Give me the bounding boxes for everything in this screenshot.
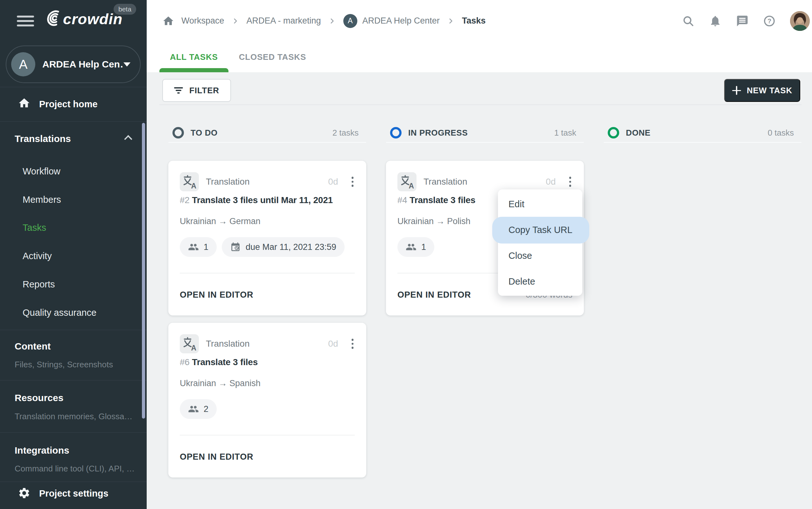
divider — [0, 380, 147, 380]
chat-icon[interactable] — [736, 14, 749, 27]
sidebar-section-integrations-subtitle: Command line tool (CLI), API, … — [14, 463, 135, 474]
beta-badge: beta — [114, 4, 136, 14]
translate-icon: A — [180, 172, 199, 191]
column-in-progress: IN PROGRESS 1 task A — [386, 126, 584, 477]
crowdin-logo-icon — [44, 9, 62, 28]
due-date-chip: due Mar 11, 2021 23:59 — [222, 237, 345, 257]
breadcrumb: Workspace ARDEA - marketing A ARDEA Help… — [162, 0, 486, 42]
gear-icon — [18, 487, 31, 501]
active-tab-indicator — [160, 68, 228, 72]
plus-icon — [732, 86, 741, 95]
crowdin-wordmark: crowdin — [63, 10, 122, 28]
task-duration: 0d — [546, 177, 556, 187]
translate-icon: A — [397, 172, 417, 191]
menu-item-close[interactable]: Close — [498, 243, 582, 269]
svg-text:?: ? — [768, 18, 771, 25]
chevron-right-icon — [231, 17, 240, 25]
task-title: Translate 3 files until Mar 11, 2021 — [192, 195, 333, 205]
divider — [160, 104, 802, 105]
task-title: Translate 3 files — [192, 357, 258, 367]
column-title: IN PROGRESS — [408, 128, 468, 138]
tab-all-tasks[interactable]: ALL TASKS — [160, 42, 228, 72]
divider — [180, 435, 355, 436]
topbar-actions: ? — [682, 0, 810, 42]
sidebar-section-content[interactable]: Content — [14, 341, 50, 352]
assignees-count: 1 — [204, 242, 208, 252]
assignees-chip: 1 — [180, 237, 217, 257]
sidebar-item-tasks[interactable]: Tasks — [23, 222, 46, 233]
breadcrumb-item-project[interactable]: A ARDEA Help Center — [343, 14, 440, 28]
column-title: TO DO — [190, 128, 218, 138]
divider — [0, 121, 147, 122]
todo-status-circle-icon — [172, 127, 184, 138]
column-divider — [386, 142, 584, 143]
search-icon[interactable] — [682, 14, 695, 27]
sidebar-section-content-subtitle: Files, Strings, Screenshots — [14, 359, 113, 370]
menu-item-delete[interactable]: Delete — [498, 269, 582, 295]
column-title: DONE — [626, 128, 651, 138]
assignees-count: 2 — [204, 404, 208, 414]
people-icon — [406, 242, 417, 252]
task-card-2[interactable]: A Translation 0d #2 Translate 3 files un… — [168, 161, 366, 315]
user-avatar[interactable] — [790, 11, 810, 31]
column-task-count: 1 task — [554, 128, 576, 138]
new-task-button-label: NEW TASK — [747, 86, 792, 96]
menu-item-copy-task-url[interactable]: Copy Task URL — [498, 217, 582, 243]
topbar: Workspace ARDEA - marketing A ARDEA Help… — [147, 0, 812, 42]
open-in-editor-link[interactable]: OPEN IN EDITOR — [180, 290, 253, 300]
chevron-right-icon — [447, 17, 455, 25]
sidebar-item-project-home[interactable]: Project home — [39, 98, 98, 110]
sidebar-item-reports[interactable]: Reports — [23, 278, 55, 290]
breadcrumb-item-tasks: Tasks — [462, 16, 486, 26]
sidebar-item-members[interactable]: Members — [23, 194, 61, 205]
column-divider — [604, 142, 802, 143]
target-language: German — [230, 216, 260, 226]
divider — [0, 482, 147, 482]
filter-button[interactable]: FILTER — [162, 79, 231, 102]
translate-icon: A — [180, 334, 199, 353]
breadcrumb-item-workspace[interactable]: Workspace — [181, 16, 224, 26]
bell-icon[interactable] — [709, 14, 721, 27]
chevron-right-icon — [328, 17, 336, 25]
kebab-menu-icon[interactable] — [350, 175, 355, 188]
task-card-6[interactable]: A Translation 0d #6 Translate 3 files Uk… — [168, 323, 366, 477]
done-status-circle-icon — [608, 127, 619, 138]
divider — [0, 87, 147, 87]
open-in-editor-link[interactable]: OPEN IN EDITOR — [180, 451, 253, 462]
project-selector[interactable]: A ARDEA Help Cen… — [6, 45, 141, 83]
task-duration: 0d — [328, 339, 338, 349]
sidebar-section-translations[interactable]: Translations — [14, 133, 71, 144]
sidebar-scrollbar[interactable] — [142, 123, 145, 418]
sidebar-item-project-settings[interactable]: Project settings — [39, 488, 108, 499]
task-type-label: Translation — [206, 177, 249, 187]
task-number: #2 — [180, 195, 190, 205]
sidebar-section-resources[interactable]: Resources — [14, 392, 63, 404]
chevron-up-icon[interactable] — [124, 135, 132, 143]
kebab-menu-icon[interactable] — [350, 337, 355, 350]
help-icon[interactable]: ? — [763, 14, 776, 27]
divider — [180, 273, 355, 273]
kebab-menu-icon[interactable] — [568, 175, 573, 188]
column-done: DONE 0 tasks — [604, 126, 802, 477]
crowdin-logo[interactable]: crowdin — [44, 9, 122, 28]
home-icon[interactable] — [162, 15, 174, 27]
sidebar: crowdin beta A ARDEA Help Cen… Project h… — [0, 0, 147, 509]
column-to-do: TO DO 2 tasks A — [168, 126, 366, 477]
new-task-button[interactable]: NEW TASK — [724, 79, 800, 102]
column-task-count: 2 tasks — [332, 128, 359, 138]
column-divider — [168, 142, 366, 143]
sidebar-section-integrations[interactable]: Integrations — [14, 445, 69, 456]
sidebar-item-activity[interactable]: Activity — [23, 250, 52, 262]
target-language: Polish — [447, 216, 470, 226]
open-in-editor-link[interactable]: OPEN IN EDITOR — [397, 290, 471, 300]
breadcrumb-item-project-group[interactable]: ARDEA - marketing — [247, 16, 321, 26]
menu-item-edit[interactable]: Edit — [498, 191, 582, 217]
people-icon — [188, 242, 199, 252]
sidebar-item-workflow[interactable]: Workflow — [23, 166, 61, 177]
menu-icon[interactable] — [17, 15, 34, 29]
tab-closed-tasks[interactable]: CLOSED TASKS — [228, 42, 317, 72]
tasks-board: FILTER NEW TASK TO DO 2 tasks — [147, 72, 812, 509]
column-task-count: 0 tasks — [768, 128, 794, 138]
task-title: Translate 3 files — [410, 195, 475, 205]
sidebar-item-quality-assurance[interactable]: Quality assurance — [23, 307, 96, 318]
